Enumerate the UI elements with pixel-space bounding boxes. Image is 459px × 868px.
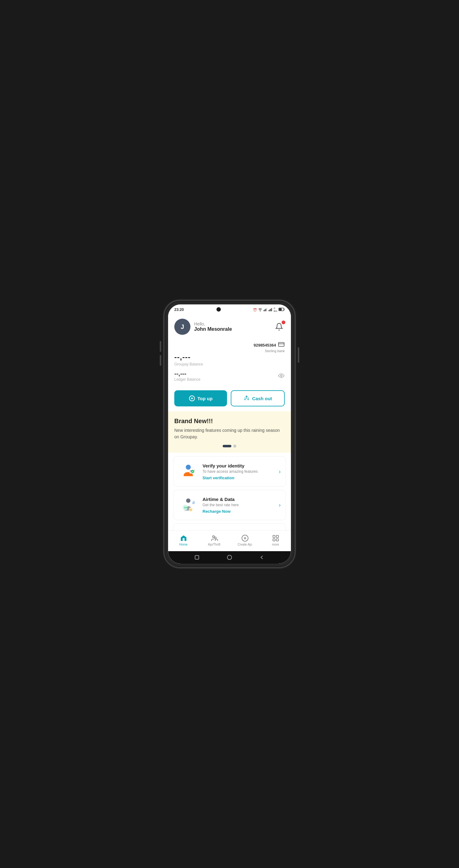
notification-button[interactable] bbox=[274, 321, 285, 332]
verify-identity-card[interactable]: Verify your identity To have access amaz… bbox=[173, 456, 286, 487]
svg-rect-35 bbox=[273, 535, 275, 537]
signal1-icon bbox=[264, 308, 267, 312]
notification-badge bbox=[282, 320, 285, 324]
ajothrift-icon bbox=[211, 534, 218, 542]
airtime-data-card[interactable]: 200 50 Airtime & Data Get the best rate … bbox=[173, 490, 286, 520]
ledger-row: --,--- Ledger Balance bbox=[174, 370, 285, 383]
airtime-action-link[interactable]: Recharge Now bbox=[203, 509, 274, 514]
phone-device: 23:20 ⏰ bbox=[164, 301, 295, 567]
topup-button[interactable]: Top up bbox=[174, 390, 227, 406]
power-button bbox=[298, 347, 299, 363]
verify-desc: To have access amazing features bbox=[203, 469, 274, 474]
battery-icon bbox=[278, 308, 285, 312]
data-speed-icon: 0B/s bbox=[274, 307, 277, 312]
ajo-thrift-card[interactable]: Ajo/Thrift Automated group contribution … bbox=[173, 523, 286, 530]
airtime-illustration: 200 50 bbox=[178, 495, 198, 515]
nav-create-ajo[interactable]: Create Ajo bbox=[230, 533, 260, 548]
airtime-desc: Get the best rate here bbox=[203, 503, 274, 507]
banner-dot-2[interactable] bbox=[233, 444, 236, 447]
verify-content: Verify your identity To have access amaz… bbox=[203, 463, 274, 480]
header-section: J Hello, John Mesonrale bbox=[168, 314, 291, 339]
svg-text:200: 200 bbox=[184, 506, 188, 509]
nav-home-label: Home bbox=[179, 543, 188, 546]
svg-rect-37 bbox=[273, 539, 275, 541]
verify-action-link[interactable]: Start verification bbox=[203, 475, 274, 480]
status-icons: ⏰ bbox=[253, 307, 285, 312]
bottom-navigation: Home Ajo/Thrift Create Ajo bbox=[168, 530, 291, 551]
bell-icon bbox=[275, 323, 283, 331]
nav-home[interactable]: Home bbox=[168, 533, 199, 548]
phone-screen: 23:20 ⏰ bbox=[168, 304, 291, 564]
greeting-block: Hello, John Mesonrale bbox=[194, 321, 232, 332]
topup-label: Top up bbox=[197, 396, 213, 401]
svg-rect-36 bbox=[276, 535, 278, 537]
svg-rect-5 bbox=[270, 309, 270, 311]
svg-point-12 bbox=[280, 375, 282, 377]
verify-illustration bbox=[178, 462, 198, 482]
user-name: John Mesonrale bbox=[194, 327, 232, 332]
alarm-icon: ⏰ bbox=[253, 308, 257, 312]
banner-dot-1[interactable] bbox=[223, 445, 232, 447]
cashout-button[interactable]: Cash out bbox=[231, 390, 285, 406]
volume-down-button bbox=[160, 355, 161, 366]
main-content: J Hello, John Mesonrale bbox=[168, 314, 291, 530]
ledger-balance-label: Ledger Balance bbox=[174, 377, 200, 382]
svg-rect-9 bbox=[279, 308, 281, 310]
bank-info-row: 9298545364 Sterling bank bbox=[174, 341, 285, 353]
airtime-chevron-icon: › bbox=[279, 502, 281, 508]
feature-cards: Verify your identity To have access amaz… bbox=[168, 453, 291, 530]
user-info: J Hello, John Mesonrale bbox=[174, 319, 232, 335]
svg-rect-4 bbox=[269, 310, 269, 311]
signal2-icon bbox=[269, 308, 272, 312]
promo-banner: Brand New!!! New interesting features co… bbox=[168, 411, 291, 453]
more-icon bbox=[272, 534, 279, 542]
airtime-content: Airtime & Data Get the best rate here Re… bbox=[203, 497, 274, 514]
svg-rect-39 bbox=[195, 556, 199, 559]
camera-dot bbox=[216, 307, 221, 312]
create-icon bbox=[241, 534, 249, 542]
nav-more[interactable]: more bbox=[260, 533, 291, 548]
android-square-button[interactable] bbox=[194, 554, 200, 560]
status-bar: 23:20 ⏰ bbox=[168, 304, 291, 314]
android-circle-button[interactable] bbox=[226, 554, 233, 560]
airtime-title: Airtime & Data bbox=[203, 497, 274, 502]
nav-ajo-thrift[interactable]: Ajo/Thrift bbox=[199, 533, 230, 548]
groupay-balance-amount: --,--- bbox=[174, 353, 285, 362]
svg-point-16 bbox=[186, 465, 191, 470]
svg-point-31 bbox=[214, 537, 216, 539]
svg-point-40 bbox=[227, 555, 232, 560]
ledger-balance-amount: --,--- bbox=[174, 370, 200, 377]
status-time: 23:20 bbox=[174, 308, 184, 312]
avatar: J bbox=[174, 319, 190, 335]
balance-section: 9298545364 Sterling bank --,--- Groupay … bbox=[168, 339, 291, 386]
verify-chevron-icon: › bbox=[279, 468, 281, 475]
groupay-balance-label: Groupay Balance bbox=[174, 362, 285, 366]
banner-title: Brand New!!! bbox=[174, 417, 285, 425]
svg-point-21 bbox=[186, 498, 190, 503]
cashout-icon bbox=[243, 395, 250, 401]
bank-name: Sterling bank bbox=[265, 349, 285, 353]
svg-rect-6 bbox=[270, 309, 271, 311]
nav-ajo-label: Ajo/Thrift bbox=[208, 543, 220, 546]
svg-rect-0 bbox=[264, 310, 264, 311]
android-back-button[interactable] bbox=[259, 554, 265, 560]
cashout-label: Cash out bbox=[252, 396, 272, 401]
svg-rect-10 bbox=[278, 343, 284, 347]
camera-notch bbox=[216, 307, 221, 312]
bank-card-icon bbox=[278, 341, 285, 349]
plus-circle-icon bbox=[189, 395, 195, 401]
action-buttons: Top up Cash out bbox=[168, 386, 291, 411]
eye-toggle-icon[interactable] bbox=[278, 372, 285, 381]
android-navigation bbox=[168, 551, 291, 564]
svg-rect-7 bbox=[271, 308, 272, 311]
banner-description: New interesting features coming up this … bbox=[174, 427, 285, 440]
svg-rect-3 bbox=[267, 308, 267, 311]
wifi-icon bbox=[258, 308, 263, 312]
svg-rect-1 bbox=[265, 309, 265, 311]
home-icon bbox=[180, 534, 187, 542]
bank-account-number: 9298545364 bbox=[254, 343, 276, 347]
banner-dots bbox=[174, 444, 285, 447]
greeting-text: Hello, bbox=[194, 321, 232, 327]
nav-create-label: Create Ajo bbox=[238, 543, 252, 546]
volume-up-button bbox=[160, 341, 161, 352]
